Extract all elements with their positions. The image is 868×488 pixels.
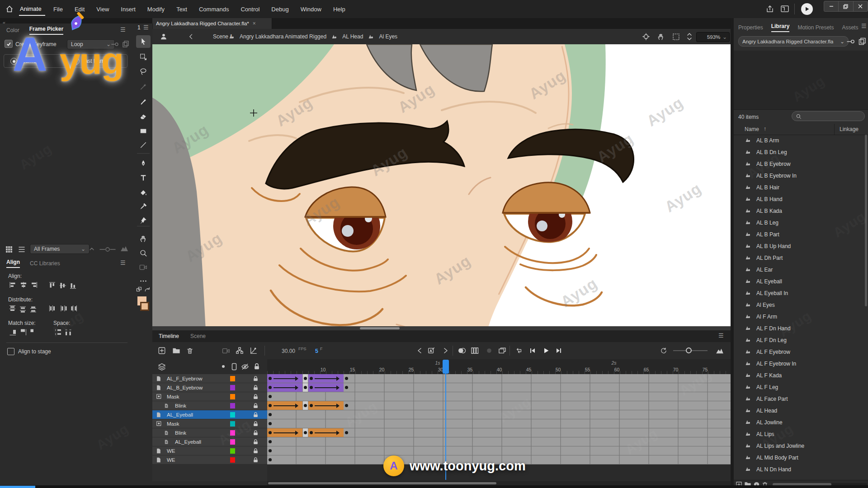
- layer-row-mask[interactable]: Mask: [152, 419, 267, 428]
- column-name[interactable]: Name: [745, 126, 759, 132]
- breadcrumb-item[interactable]: AL Head: [342, 33, 363, 40]
- layer-lock-icon[interactable]: [253, 430, 259, 436]
- frame-row-al_eyeball[interactable]: [267, 410, 731, 419]
- library-vertical-scrollbar[interactable]: [865, 135, 867, 306]
- library-item[interactable]: AL Head: [734, 405, 868, 417]
- pen-tool[interactable]: [138, 158, 149, 169]
- menu-view[interactable]: View: [96, 6, 109, 13]
- layer-outline-color[interactable]: [230, 430, 235, 436]
- graph-editor-icon[interactable]: [249, 346, 259, 356]
- camera-column-icon[interactable]: [231, 363, 237, 371]
- match-height-button[interactable]: [19, 328, 28, 337]
- layer-row-al_eyeball[interactable]: AL_Eyeball: [152, 410, 267, 419]
- previous-keyframe-icon[interactable]: [415, 346, 425, 356]
- library-pin-icon[interactable]: [847, 39, 855, 44]
- end-keyframe-cell[interactable]: [302, 383, 308, 392]
- video-progress-bar[interactable]: [0, 486, 35, 488]
- step-back-icon[interactable]: [528, 346, 538, 356]
- layer-name[interactable]: WE: [167, 448, 175, 454]
- tab-scene[interactable]: Scene: [190, 333, 206, 339]
- snap-objects-icon[interactable]: [136, 286, 143, 293]
- frame-row-we[interactable]: [267, 446, 731, 455]
- tab-frame-picker[interactable]: Frame Picker: [29, 26, 63, 35]
- match-both-button[interactable]: [29, 328, 39, 337]
- eyedropper-tool[interactable]: [138, 201, 149, 212]
- fps-value[interactable]: 30.00: [282, 348, 295, 354]
- tab-properties[interactable]: Properties: [738, 24, 763, 31]
- space-vertical-button[interactable]: [53, 328, 63, 337]
- frame-radio[interactable]: [10, 58, 17, 65]
- rotation-tool-icon[interactable]: [657, 33, 665, 41]
- workspace-icon[interactable]: [780, 5, 789, 13]
- document-close-icon[interactable]: ×: [253, 20, 256, 27]
- align-center-h-button[interactable]: [19, 281, 28, 290]
- preview-size-icon[interactable]: [120, 245, 128, 252]
- close-button[interactable]: [854, 1, 868, 11]
- tab-timeline[interactable]: Timeline: [159, 333, 179, 339]
- layer-row-al_b_eyebrow[interactable]: AL_B_Eyebrow: [152, 383, 267, 392]
- stage-scroll-thumb[interactable]: [360, 327, 400, 329]
- layer-name[interactable]: AL_Eyeball: [175, 439, 201, 445]
- tween-span[interactable]: [308, 428, 344, 437]
- camera-tool[interactable]: [138, 262, 149, 273]
- more-tools-tool[interactable]: [138, 276, 149, 286]
- tab-motion-presets[interactable]: Motion Presets: [797, 24, 834, 31]
- restore-button[interactable]: [839, 1, 853, 11]
- onion-skin-outlines-icon[interactable]: [470, 346, 480, 356]
- stage-horizontal-scrollbar[interactable]: [152, 326, 731, 330]
- onion-skin-icon[interactable]: [457, 346, 467, 356]
- timeline-horizontal-scrollbar[interactable]: [267, 481, 731, 485]
- layer-lock-icon[interactable]: [253, 385, 259, 391]
- frame-row-blink[interactable]: [267, 401, 731, 410]
- menu-control[interactable]: Control: [241, 6, 259, 13]
- layer-row-al_eyeball[interactable]: AL_Eyeball: [152, 437, 267, 446]
- reset-timeline-zoom-icon[interactable]: [659, 346, 669, 356]
- zoom-tool[interactable]: [138, 248, 149, 258]
- center-stage-icon[interactable]: [642, 33, 650, 41]
- loop-dropdown[interactable]: Loop⌄: [67, 39, 115, 49]
- timeline-menu-icon[interactable]: ☰: [718, 332, 723, 339]
- end-keyframe-cell[interactable]: [302, 374, 308, 383]
- column-linkage[interactable]: Linkage: [840, 126, 859, 132]
- layer-outline-color[interactable]: [230, 403, 235, 408]
- menu-commands[interactable]: Commands: [199, 6, 229, 13]
- rectangle-tool[interactable]: [138, 126, 149, 136]
- layer-name[interactable]: Blink: [175, 430, 186, 436]
- layer-outline-color[interactable]: [230, 448, 235, 454]
- library-item[interactable]: AL Lips and Jowline: [734, 440, 868, 452]
- layer-row-blink[interactable]: Blink: [152, 428, 267, 437]
- menu-animate[interactable]: Animate: [20, 5, 42, 12]
- align-top-button[interactable]: [48, 281, 58, 290]
- library-item[interactable]: AL B Arm: [734, 135, 868, 146]
- layer-outline-color[interactable]: [230, 412, 235, 418]
- document-tab[interactable]: Angry Lakkadhara Rigged Character.fla* ×: [152, 18, 272, 29]
- frame-row-mask[interactable]: [267, 419, 731, 428]
- frames-filter-dropdown[interactable]: All Frames⌄: [30, 244, 90, 254]
- loop-frames-icon[interactable]: [484, 346, 494, 356]
- camera-icon[interactable]: [221, 346, 231, 356]
- library-item[interactable]: Al Eyes: [734, 299, 868, 311]
- layer-row-mask[interactable]: Mask: [152, 392, 267, 401]
- new-library-panel-icon[interactable]: [859, 38, 866, 45]
- layer-name[interactable]: AL_B_Eyebrow: [167, 385, 203, 390]
- menu-text[interactable]: Text: [176, 6, 187, 13]
- layer-lock-icon[interactable]: [253, 403, 259, 409]
- library-document-dropdown[interactable]: Angry Lakkadhara Rigged Character.fla ⌄: [738, 36, 849, 47]
- free-transform-tool[interactable]: [138, 52, 149, 62]
- step-forward-icon[interactable]: [554, 346, 564, 356]
- library-item[interactable]: AL Face Part: [734, 393, 868, 405]
- library-item[interactable]: AL F Eyebrow In: [734, 358, 868, 370]
- library-item[interactable]: AL Lips: [734, 428, 868, 440]
- delete-layer-icon[interactable]: [185, 346, 195, 356]
- breadcrumb-item[interactable]: Angry Lakkadhara Animated Rigged: [240, 33, 326, 40]
- align-middle-v-button[interactable]: [58, 281, 68, 290]
- layer-name[interactable]: Blink: [175, 403, 186, 408]
- layer-outline-color[interactable]: [230, 421, 235, 427]
- library-item[interactable]: AL B Leg: [734, 217, 868, 229]
- library-item[interactable]: AL B Eyebrow In: [734, 170, 868, 182]
- library-search-input[interactable]: [792, 111, 865, 121]
- toolbar-menu-icon[interactable]: ☰: [143, 24, 148, 31]
- hide-all-layers-icon[interactable]: [241, 363, 249, 370]
- library-menu-icon[interactable]: ☰: [861, 23, 866, 29]
- tab-library[interactable]: Library: [771, 23, 790, 32]
